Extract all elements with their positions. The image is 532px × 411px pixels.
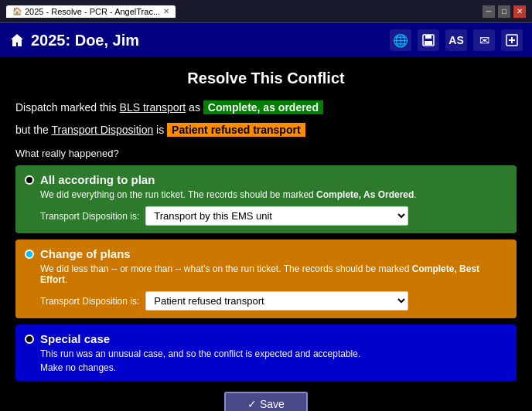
option-special-radio[interactable] <box>25 335 34 344</box>
page-title: Resolve This Conflict <box>15 70 517 87</box>
option-change-header: Change of plans <box>25 247 507 260</box>
option-change-disposition-row: Transport Disposition is: Transport by t… <box>40 291 507 311</box>
option-change-title: Change of plans <box>40 247 131 260</box>
line2-prefix: but the <box>15 124 51 136</box>
option-special-box[interactable]: Special case This run was an unusual cas… <box>15 324 517 381</box>
conflict-line-1: Dispatch marked this BLS transport as Co… <box>15 100 517 116</box>
option-change-select-label: Transport Disposition is: <box>40 296 139 307</box>
as-icon[interactable]: AS <box>445 29 467 51</box>
option-plan-box[interactable]: All according to plan We did everything … <box>15 165 517 233</box>
home-icon <box>9 32 25 48</box>
refused-transport-badge: Patient refused transport <box>167 123 305 137</box>
tab-close-icon[interactable]: ✕ <box>163 7 169 15</box>
tab-label: 2025 - Resolve - PCR - AngelTrac... <box>25 7 160 16</box>
bls-transport-link[interactable]: BLS transport <box>120 101 186 114</box>
browser-tab[interactable]: 🏠 2025 - Resolve - PCR - AngelTrac... ✕ <box>6 5 176 18</box>
option-plan-disposition-row: Transport Disposition is: Transport by t… <box>40 206 507 226</box>
conflict-line-2: but the Transport Disposition is Patient… <box>15 122 517 138</box>
option-change-desc: We did less than -- or more than -- what… <box>40 263 507 285</box>
maximize-button[interactable]: □ <box>498 5 510 18</box>
option-plan-select-label: Transport Disposition is: <box>40 211 139 222</box>
title-bar-left: 🏠 2025 - Resolve - PCR - AngelTrac... ✕ <box>6 5 483 18</box>
globe-icon[interactable]: 🌐 <box>390 29 411 51</box>
close-button[interactable]: ✕ <box>513 5 526 18</box>
option-plan-header: All according to plan <box>25 173 507 186</box>
option-change-radio[interactable] <box>25 250 34 259</box>
app-title: 2025: Doe, Jim <box>9 32 139 49</box>
complete-badge: Complete, as ordered <box>203 100 323 114</box>
window-controls: ─ □ ✕ <box>483 5 526 18</box>
option-special-title: Special case <box>40 332 110 345</box>
option-change-box[interactable]: Change of plans We did less than -- or m… <box>15 239 517 318</box>
title-bar: 🏠 2025 - Resolve - PCR - AngelTrac... ✕ … <box>0 0 532 23</box>
option-plan-title: All according to plan <box>40 173 155 186</box>
save-row: ✓ Save <box>15 392 517 411</box>
app-bar-icons: 🌐 AS ✉ <box>390 29 523 51</box>
line1-middle: as <box>186 101 203 114</box>
option-change-select[interactable]: Transport by this EMS unit Patient refus… <box>145 291 408 311</box>
svg-rect-2 <box>425 41 432 45</box>
save-button[interactable]: ✓ Save <box>224 392 308 411</box>
svg-rect-1 <box>425 35 431 39</box>
patient-title: 2025: Doe, Jim <box>31 32 139 49</box>
app-bar: 2025: Doe, Jim 🌐 AS ✉ <box>0 23 532 57</box>
question-label: What really happened? <box>15 148 517 159</box>
mail-icon[interactable]: ✉ <box>473 29 495 51</box>
add-icon[interactable] <box>501 29 523 51</box>
option-special-desc-2: Make no changes. <box>40 362 507 373</box>
line2-middle: is <box>153 124 167 136</box>
option-special-desc-1: This run was an unusual case, and so the… <box>40 348 507 359</box>
main-content: Resolve This Conflict Dispatch marked th… <box>0 57 532 411</box>
save-icon[interactable] <box>418 29 439 51</box>
option-plan-desc: We did everything on the run ticket. The… <box>40 189 507 200</box>
line1-prefix: Dispatch marked this <box>15 101 120 114</box>
option-special-header: Special case <box>25 332 507 345</box>
option-plan-radio[interactable] <box>25 175 34 185</box>
transport-disposition-link[interactable]: Transport Disposition <box>51 124 153 136</box>
minimize-button[interactable]: ─ <box>483 5 495 18</box>
option-plan-select[interactable]: Transport by this EMS unit Patient refus… <box>145 206 408 226</box>
